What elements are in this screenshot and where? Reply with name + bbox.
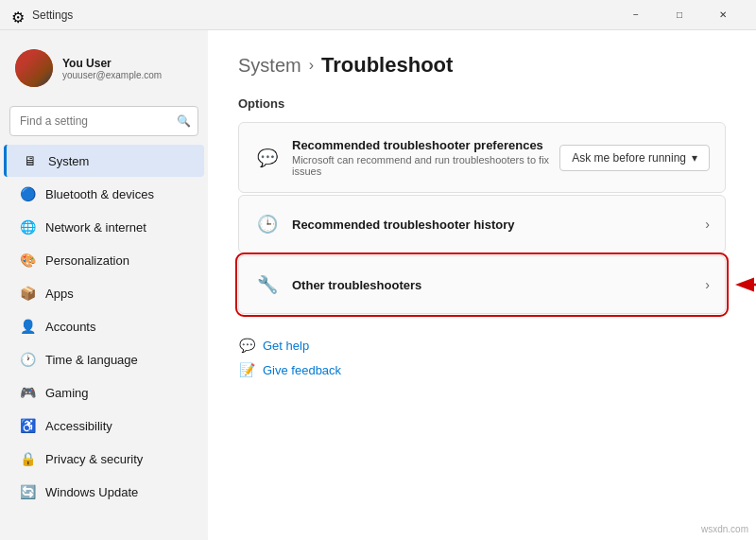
search-box[interactable]: 🔍 — [9, 106, 198, 136]
nav-icon-accounts: 👤 — [19, 318, 36, 335]
sidebar-item-time[interactable]: 🕐 Time & language — [4, 343, 204, 375]
sidebar: You User youuser@example.com 🔍 🖥 System … — [0, 30, 208, 540]
user-name: You User — [62, 57, 162, 70]
app-body: You User youuser@example.com 🔍 🖥 System … — [0, 30, 756, 540]
search-input[interactable] — [9, 106, 198, 136]
option-item-recommended-prefs[interactable]: 💬 Recommended troubleshooter preferences… — [238, 122, 726, 193]
option-text-recommended-prefs: Recommended troubleshooter preferences M… — [292, 138, 559, 177]
option-icon-other-troubleshooters: 🔧 — [254, 271, 281, 298]
sidebar-item-apps[interactable]: 📦 Apps — [4, 277, 204, 309]
nav-icon-update: 🔄 — [19, 483, 36, 500]
nav-icon-system: 🖥 — [22, 152, 39, 169]
sidebar-item-update[interactable]: 🔄 Windows Update — [4, 476, 204, 508]
sidebar-item-network[interactable]: 🌐 Network & internet — [4, 211, 204, 243]
nav-label-accessibility: Accessibility — [45, 419, 112, 433]
window-controls: − □ ✕ — [614, 0, 745, 30]
option-item-other-troubleshooters[interactable]: 🔧 Other troubleshooters › — [238, 255, 726, 314]
option-title-recommended-prefs: Recommended troubleshooter preferences — [292, 138, 559, 152]
breadcrumb-current: Troubleshoot — [321, 53, 453, 78]
option-wrapper-recommended-prefs: 💬 Recommended troubleshooter preferences… — [238, 122, 726, 193]
option-icon-recommended-prefs: 💬 — [254, 145, 281, 171]
nav-label-network: Network & internet — [45, 220, 146, 235]
sidebar-item-personalization[interactable]: 🎨 Personalization — [4, 244, 204, 276]
nav-label-accounts: Accounts — [45, 320, 95, 334]
sidebar-item-bluetooth[interactable]: 🔵 Bluetooth & devices — [4, 178, 204, 210]
sidebar-item-accessibility[interactable]: ♿ Accessibility — [4, 409, 204, 442]
breadcrumb-parent: System — [238, 55, 301, 77]
nav-icon-accessibility: ♿ — [19, 417, 36, 434]
nav-label-time: Time & language — [45, 353, 138, 367]
search-icon: 🔍 — [177, 114, 191, 128]
user-email: youuser@example.com — [62, 70, 162, 80]
nav-icon-privacy: 🔒 — [19, 450, 36, 467]
nav-label-personalization: Personalization — [45, 253, 129, 268]
option-wrapper-recommended-history: 🕒 Recommended troubleshooter history › — [238, 195, 726, 253]
footer-icon-give-feedback: 📝 — [238, 361, 255, 378]
sidebar-item-gaming[interactable]: 🎮 Gaming — [4, 376, 204, 409]
sidebar-item-system[interactable]: 🖥 System — [4, 145, 204, 177]
option-item-recommended-history[interactable]: 🕒 Recommended troubleshooter history › — [238, 195, 726, 253]
nav-icon-time: 🕐 — [19, 351, 36, 368]
option-title-recommended-history: Recommended troubleshooter history — [292, 218, 705, 232]
footer-icon-get-help: 💬 — [238, 337, 255, 354]
watermark: wsxdn.com — [697, 522, 752, 536]
nav-label-update: Windows Update — [45, 485, 138, 499]
dropdown-label-recommended-prefs: Ask me before running — [572, 151, 686, 165]
nav-icon-bluetooth: 🔵 — [19, 185, 36, 202]
footer-link-get-help[interactable]: 💬 Get help — [238, 337, 726, 354]
title-bar: ⚙ Settings − □ ✕ — [0, 0, 756, 30]
user-profile[interactable]: You User youuser@example.com — [0, 38, 208, 98]
nav-icon-network: 🌐 — [19, 218, 36, 235]
nav-label-privacy: Privacy & security — [45, 452, 143, 466]
nav-label-system: System — [48, 154, 89, 168]
avatar — [15, 49, 53, 87]
breadcrumb-separator: › — [309, 57, 314, 74]
option-wrapper-other-troubleshooters: 🔧 Other troubleshooters › — [238, 255, 726, 314]
section-label: Options — [238, 96, 726, 111]
option-text-other-troubleshooters: Other troubleshooters — [292, 278, 705, 292]
chevron-right-icon: › — [705, 217, 710, 232]
options-list: 💬 Recommended troubleshooter preferences… — [238, 122, 726, 314]
breadcrumb: System › Troubleshoot — [238, 53, 726, 78]
nav-icon-gaming: 🎮 — [19, 384, 36, 401]
nav-label-gaming: Gaming — [45, 386, 89, 400]
chevron-down-icon: ▾ — [692, 151, 697, 165]
minimize-button[interactable]: − — [614, 0, 658, 30]
option-action-recommended-prefs[interactable]: Ask me before running ▾ — [559, 145, 710, 171]
nav-icon-personalization: 🎨 — [19, 252, 36, 269]
footer-link-give-feedback[interactable]: 📝 Give feedback — [238, 361, 726, 378]
title-bar-label: Settings — [32, 9, 614, 22]
chevron-right-icon: › — [705, 277, 710, 292]
nav-icon-apps: 📦 — [19, 285, 36, 302]
option-desc-recommended-prefs: Microsoft can recommend and run troubles… — [292, 154, 559, 177]
user-info: You User youuser@example.com — [62, 57, 162, 80]
red-arrow-annotation — [730, 270, 756, 299]
close-button[interactable]: ✕ — [701, 0, 745, 30]
option-title-other-troubleshooters: Other troubleshooters — [292, 278, 705, 292]
content-area: System › Troubleshoot Options 💬 Recommen… — [208, 30, 756, 540]
footer-label-give-feedback: Give feedback — [263, 363, 341, 377]
sidebar-item-privacy[interactable]: 🔒 Privacy & security — [4, 443, 204, 475]
nav-label-apps: Apps — [45, 287, 74, 301]
footer-links: 💬 Get help 📝 Give feedback — [238, 337, 726, 378]
sidebar-item-accounts[interactable]: 👤 Accounts — [4, 310, 204, 342]
app-icon: ⚙ — [11, 9, 25, 22]
maximize-button[interactable]: □ — [658, 0, 701, 30]
option-text-recommended-history: Recommended troubleshooter history — [292, 218, 705, 232]
dropdown-btn-recommended-prefs[interactable]: Ask me before running ▾ — [559, 145, 710, 171]
option-icon-recommended-history: 🕒 — [254, 211, 281, 237]
footer-label-get-help: Get help — [263, 339, 309, 353]
nav-list: 🖥 System 🔵 Bluetooth & devices 🌐 Network… — [0, 144, 208, 509]
nav-label-bluetooth: Bluetooth & devices — [45, 187, 154, 201]
